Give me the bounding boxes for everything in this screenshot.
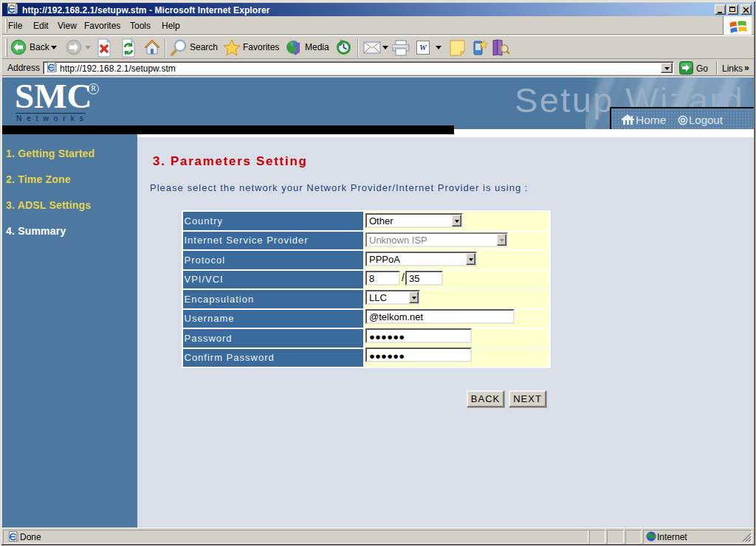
svg-text:W: W xyxy=(419,43,427,52)
